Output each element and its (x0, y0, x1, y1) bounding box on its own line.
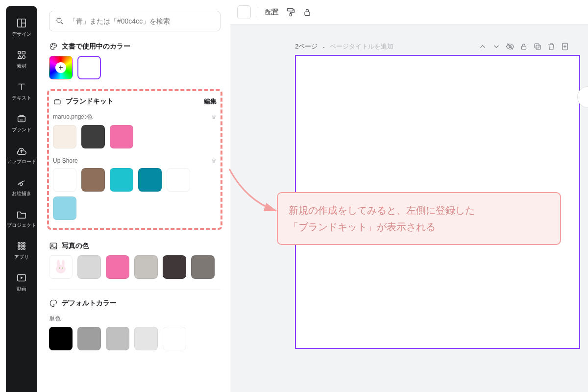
svg-rect-37 (536, 45, 540, 49)
annotation-line1: 新規の作成をしてみると、左側に登録した (289, 202, 549, 219)
color-swatch[interactable] (110, 125, 133, 148)
context-toolbar: 配置 (230, 0, 588, 24)
section-title: 文書で使用中のカラー (62, 42, 130, 51)
svg-rect-4 (22, 51, 25, 54)
brand-icon: co. (16, 113, 27, 124)
svg-point-14 (18, 248, 20, 250)
svg-rect-23 (54, 100, 60, 104)
sidebar-label: アップロード (7, 158, 36, 165)
sidebar-item-projects[interactable]: プロジェクト (6, 204, 37, 235)
sidebar-item-design[interactable]: デザイン (6, 13, 37, 44)
svg-point-5 (23, 56, 25, 59)
sidebar-item-upload[interactable]: アップロード (6, 140, 37, 171)
color-swatch[interactable] (106, 255, 129, 279)
page-title-hint[interactable]: ページタイトルを追加 (330, 42, 393, 51)
fill-color-chip[interactable] (237, 5, 251, 19)
default-sublabel: 単色 (49, 315, 61, 323)
sidebar-item-apps[interactable]: アプリ (6, 236, 37, 267)
color-swatch[interactable] (53, 196, 76, 220)
palette-outline-icon (49, 299, 58, 308)
delete-page-icon[interactable] (547, 42, 556, 51)
svg-rect-31 (287, 8, 293, 11)
page-header: 2ページ - ページタイトルを追加 (230, 42, 588, 55)
color-swatch[interactable] (81, 125, 105, 148)
section-title: 写真の色 (62, 242, 89, 250)
svg-point-3 (18, 51, 21, 54)
crown-icon: ♛ (211, 157, 217, 164)
layout-icon (16, 18, 27, 28)
color-swatch[interactable] (81, 168, 105, 192)
sidebar-label: お絵描き (12, 190, 31, 197)
color-swatch[interactable] (163, 327, 186, 350)
color-swatch[interactable] (53, 125, 76, 148)
current-white-swatch[interactable] (77, 56, 101, 79)
svg-point-16 (24, 248, 25, 250)
sidebar-label: アプリ (14, 254, 29, 261)
color-swatch[interactable] (167, 168, 190, 192)
section-title: デフォルトカラー (62, 299, 117, 308)
brandkit-icon (53, 97, 62, 106)
color-swatch[interactable] (134, 255, 158, 279)
paint-roller-icon[interactable] (286, 7, 295, 17)
sidebar-label: 素材 (17, 63, 26, 70)
svg-point-10 (24, 243, 25, 245)
svg-point-20 (51, 46, 52, 47)
visibility-off-icon[interactable] (506, 42, 514, 51)
duplicate-page-icon[interactable] (533, 42, 542, 51)
color-panel: 文書で使用中のカラー + ブランドキット 編集 maruo.pngの色 ♛ Up… (43, 6, 226, 392)
color-swatch[interactable] (77, 327, 101, 350)
move-down-icon[interactable] (492, 42, 501, 51)
svg-line-19 (61, 22, 63, 24)
page-title-sep: - (322, 43, 324, 50)
svg-rect-36 (522, 46, 526, 49)
upload-icon (16, 145, 27, 156)
add-color-swatch[interactable]: + (49, 56, 73, 79)
palette-row-maruo (53, 125, 217, 155)
color-swatch[interactable] (49, 327, 73, 350)
color-search[interactable] (49, 11, 220, 31)
icon-sidebar: デザイン 素材 テキスト co. ブランド アップロード お絵描き プロジェクト… (6, 6, 37, 392)
plus-icon: + (55, 62, 66, 73)
lock-icon[interactable] (302, 7, 312, 17)
search-icon (55, 17, 64, 25)
position-button[interactable]: 配置 (265, 8, 279, 17)
color-swatch[interactable] (106, 327, 129, 350)
sidebar-item-brand[interactable]: co. ブランド (6, 108, 37, 139)
search-input[interactable] (69, 17, 214, 25)
svg-point-11 (18, 245, 20, 247)
color-swatch[interactable] (138, 168, 162, 192)
svg-point-15 (21, 248, 23, 250)
svg-rect-38 (535, 44, 539, 48)
sidebar-item-draw[interactable]: お絵描き (6, 172, 37, 203)
color-swatch[interactable] (163, 255, 186, 279)
move-up-icon[interactable] (478, 42, 487, 51)
svg-text:co.: co. (20, 118, 24, 121)
divider (49, 290, 220, 290)
color-swatch[interactable] (110, 168, 133, 192)
photo-thumbnail[interactable] (49, 255, 73, 279)
color-swatch[interactable] (53, 168, 76, 192)
video-icon (16, 272, 27, 283)
page-number: 2ページ (295, 42, 318, 51)
brandkit-edit-link[interactable]: 編集 (204, 97, 217, 106)
svg-point-21 (52, 45, 53, 46)
sidebar-item-elements[interactable]: 素材 (6, 45, 37, 75)
sidebar-item-video[interactable]: 動画 (6, 268, 37, 298)
sidebar-label: テキスト (12, 95, 31, 101)
color-swatch[interactable] (134, 327, 158, 350)
shapes-icon (16, 49, 27, 60)
palette-name: Up Shore (53, 157, 78, 164)
section-doc-colors: 文書で使用中のカラー + (43, 35, 226, 89)
svg-rect-33 (305, 12, 310, 15)
draw-icon (16, 177, 27, 188)
lock-page-icon[interactable] (519, 42, 528, 51)
palette-icon (49, 42, 58, 51)
add-page-icon[interactable] (561, 42, 569, 51)
brandkit-highlight: ブランドキット 編集 maruo.pngの色 ♛ Up Shore ♛ (47, 89, 222, 230)
palette-row-upshore (53, 168, 217, 227)
color-swatch[interactable] (77, 255, 101, 279)
color-swatch[interactable] (191, 255, 215, 279)
svg-point-13 (24, 245, 25, 247)
palette-name: maruo.pngの色 (53, 113, 93, 121)
sidebar-item-text[interactable]: テキスト (6, 76, 37, 107)
